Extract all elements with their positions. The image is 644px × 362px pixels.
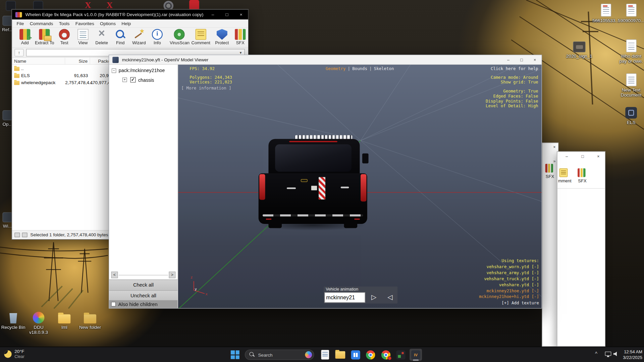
menu-help[interactable]: Help [119,20,134,27]
menu-file[interactable]: File [14,20,27,27]
taskbar-app-store[interactable] [350,349,362,361]
add-button[interactable]: Add [15,29,35,45]
texture-entry[interactable]: mckinney21hoe.ytd [-] [479,288,539,294]
desktop-icon-new-text-document[interactable]: New Text Document [618,72,644,97]
texture-entry[interactable]: vehshare_truck.ytd [-] [479,276,539,282]
speaker-icon[interactable] [613,352,618,356]
check-all-button[interactable]: Check all [109,280,177,290]
chassis-checkbox[interactable]: ✓ [130,77,136,82]
desktop-icon-recycle-bin[interactable]: Recycle Bin [0,309,26,330]
find-button[interactable]: Find [111,29,130,45]
scroll-left-button[interactable]: < [111,272,118,278]
tree-expand-toggle[interactable]: + [122,77,127,82]
taskbar-app-browser-badged[interactable] [380,349,392,361]
desktop-icon-2020-sign[interactable]: 2020_sign_1 [566,38,592,59]
geometry-setting[interactable]: Geometry: True [503,89,538,94]
up-one-level-button[interactable]: ↑ [14,49,23,56]
column-size[interactable]: Size [65,58,90,64]
start-button[interactable] [231,350,239,359]
tab-skeleton[interactable]: Skeleton [374,66,394,71]
menu-tools[interactable]: Tools [56,20,72,27]
desktop-shortcut-x-1[interactable]: X [83,0,93,10]
close-button[interactable]: × [528,55,542,64]
maximize-button[interactable]: □ [515,55,528,64]
tab-bounds[interactable]: Bounds [352,66,367,71]
texture-entry[interactable]: vehshare_army.ytd [-] [479,270,539,276]
add-texture-button[interactable]: [+] Add texture [479,300,539,306]
taskbar-app-openiv[interactable]: IV [410,349,422,361]
show-grid-setting[interactable]: Show grid: True [501,80,538,84]
taskbar-app-dark[interactable] [394,349,407,361]
tree-collapse-toggle[interactable]: − [112,68,116,73]
network-display-icon[interactable] [605,352,611,356]
virusscan-button[interactable]: VirusScan [170,29,189,45]
desktop-icon-new-folder[interactable]: New folder [77,309,103,330]
camera-mode-setting[interactable]: Camera mode: Around [491,75,538,80]
tray-clock[interactable]: 12:54 AM 3/22/2025 [620,349,642,360]
help-link[interactable]: Click here for help [491,66,538,71]
test-button[interactable]: Test [55,29,74,45]
close-button[interactable]: × [597,154,599,159]
sfx-icon[interactable] [545,164,553,173]
tray-overflow-chevron[interactable]: ^ [595,351,597,357]
sfx-icon[interactable] [578,168,586,177]
horizontal-scrollbar[interactable] [119,275,168,275]
level-of-detail-setting[interactable]: Level of Detail: High [486,104,538,108]
extract-to-button[interactable]: Extract To [35,29,54,45]
model-viewport[interactable]: FPS: 34.92 Polygons: 244,343 Vertices: 2… [178,65,542,308]
comment-button[interactable]: Comment [191,29,210,45]
tree-root-label[interactable]: pack:/mckinney21hoe [119,68,165,73]
info-button[interactable]: Info [148,29,167,45]
desktop-icon-els[interactable]: ELS [618,105,644,125]
column-name[interactable]: Name [12,58,65,64]
vehicle-animation-input[interactable] [324,292,365,303]
taskbar-app-explorer[interactable] [334,349,346,361]
menu-favorites[interactable]: Favorites [72,20,97,27]
view-button[interactable]: View [73,29,93,45]
maximize-button[interactable]: □ [220,9,234,19]
taskbar-app-notepad[interactable] [319,349,331,361]
menu-commands[interactable]: Commands [27,20,56,27]
protect-button[interactable]: Protect [212,29,231,45]
close-button[interactable]: × [553,145,555,149]
scroll-right-button[interactable]: > [169,272,176,278]
foreground-side-window[interactable]: – □ × mment SFX [557,152,605,347]
menu-options[interactable]: Options [97,20,118,27]
desktop-icon-iml[interactable]: Iml [51,309,77,330]
display-points-setting[interactable]: Display Points: False [486,99,538,103]
texture-entry[interactable]: vehshare_worn.ytd [-] [479,264,539,270]
toolbar-overflow-chevron[interactable]: » [553,159,556,164]
tree-item-chassis[interactable]: chassis [138,77,154,82]
play-animation-button[interactable]: ▷ [367,292,381,303]
desktop-shortcut-red[interactable] [189,0,199,10]
also-hide-children-checkbox[interactable] [111,302,116,307]
desktop-icon-who-didnt-pay[interactable]: Who didnt pay or owe. [618,38,644,63]
openiv-titlebar[interactable]: mckinney21hoe.yft - OpenIV Model Viewer … [109,55,541,65]
minimize-button[interactable]: – [502,55,515,64]
desktop-icon-file-1[interactable]: 566105533... [593,2,619,23]
background-window-strip[interactable]: × » SFX [542,143,558,347]
desktop-icon-ddu[interactable]: DDU v18.0.9.3 [25,309,52,335]
taskbar-app-chrome[interactable] [364,349,377,361]
desktop-shortcut-x-2[interactable]: X [105,0,115,10]
copilot-icon[interactable] [305,351,312,358]
sfx-button[interactable]: SFX [231,29,250,45]
reverse-animation-button[interactable]: ◁ [383,292,397,303]
maximize-button[interactable]: □ [581,154,584,159]
winrar-titlebar[interactable]: Whelen Edge 9x Mega Pack v1.0.0 (by ЯАВВ… [12,9,248,19]
texture-entry[interactable]: mckinney21hoe+hi.ytd [-] [479,294,539,300]
more-information-link[interactable]: [ More information ] [181,86,231,90]
desktop-icon-file-2[interactable]: 590900970... [618,2,644,23]
uncheck-all-button[interactable]: Uncheck all [109,290,177,301]
tab-geometry[interactable]: Geometry [326,66,346,71]
minimize-button[interactable]: – [566,154,568,159]
also-hide-children-row[interactable]: Also hide children [109,300,177,308]
taskbar-search[interactable]: Search [245,350,314,360]
edged-faces-setting[interactable]: Edged Faces: False [493,94,538,99]
delete-button[interactable]: Delete [92,29,111,45]
minimize-button[interactable]: – [206,9,220,19]
comment-note-icon[interactable] [559,168,568,177]
close-button[interactable]: × [234,9,248,19]
weather-widget[interactable]: 20°F Clear [4,349,24,359]
wizard-button[interactable]: Wizard [129,29,149,45]
